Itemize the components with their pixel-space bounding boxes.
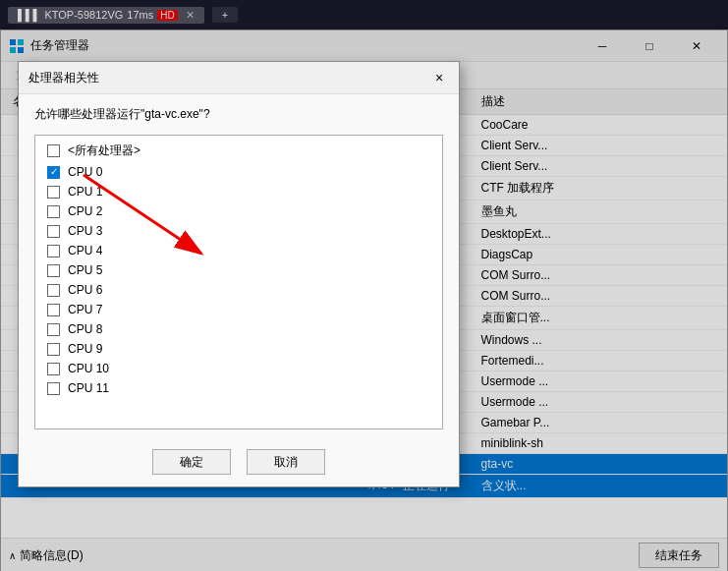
- cpu-checkbox[interactable]: [47, 245, 60, 257]
- dialog-close-button[interactable]: ×: [429, 68, 449, 87]
- cpu-checkbox[interactable]: [47, 166, 60, 179]
- cpu-list-item[interactable]: CPU 6: [35, 280, 442, 300]
- cpu-list-item[interactable]: CPU 10: [35, 359, 442, 378]
- cpu-checkbox[interactable]: [47, 343, 60, 356]
- cpu-label: CPU 11: [68, 381, 109, 395]
- cpu-list-item[interactable]: CPU 5: [35, 260, 442, 280]
- cpu-list-item[interactable]: CPU 9: [35, 339, 442, 359]
- cpu-checkbox[interactable]: [47, 186, 60, 199]
- cpu-checkbox[interactable]: [47, 363, 60, 375]
- dialog-title: 处理器相关性: [28, 70, 99, 86]
- cpu-label: CPU 3: [68, 224, 102, 238]
- cpu-checkbox[interactable]: [47, 225, 60, 238]
- cpu-list-item[interactable]: CPU 7: [35, 300, 442, 319]
- cpu-label: CPU 9: [68, 342, 102, 356]
- cpu-list-item[interactable]: CPU 8: [35, 319, 442, 339]
- cpu-list-item[interactable]: CPU 11: [35, 378, 442, 398]
- cpu-list-item[interactable]: CPU 3: [35, 221, 442, 241]
- cpu-list-item[interactable]: <所有处理器>: [35, 140, 442, 162]
- cpu-label: <所有处理器>: [68, 143, 140, 159]
- cpu-label: CPU 8: [68, 322, 102, 336]
- dialog-body: 允许哪些处理器运行"gta-vc.exe"? <所有处理器> CPU 0 CPU…: [19, 94, 459, 437]
- dialog-question: 允许哪些处理器运行"gta-vc.exe"?: [34, 106, 443, 123]
- cpu-label: CPU 1: [68, 185, 102, 199]
- cpu-label: CPU 7: [68, 303, 102, 316]
- dialog-title-bar: 处理器相关性 ×: [19, 62, 459, 94]
- ok-button[interactable]: 确定: [152, 449, 231, 475]
- cpu-checkbox[interactable]: [47, 382, 60, 395]
- cpu-checkbox[interactable]: [47, 284, 60, 297]
- dialog-buttons: 确定 取消: [19, 437, 459, 486]
- cpu-list: <所有处理器> CPU 0 CPU 1 CPU 2 CPU 3 CPU 4 CP…: [34, 135, 443, 429]
- cpu-list-item[interactable]: CPU 0: [35, 162, 442, 182]
- cpu-checkbox[interactable]: [47, 323, 60, 336]
- cpu-list-item[interactable]: CPU 4: [35, 241, 442, 260]
- cpu-checkbox[interactable]: [47, 205, 60, 218]
- cpu-label: CPU 10: [68, 362, 109, 375]
- cpu-label: CPU 2: [68, 204, 102, 218]
- cpu-checkbox[interactable]: [47, 304, 60, 316]
- cancel-button[interactable]: 取消: [247, 449, 325, 475]
- cpu-list-item[interactable]: CPU 2: [35, 201, 442, 221]
- cpu-checkbox[interactable]: [47, 144, 60, 157]
- cpu-list-item[interactable]: CPU 1: [35, 182, 442, 201]
- cpu-label: CPU 6: [68, 283, 102, 297]
- affinity-dialog: 处理器相关性 × 允许哪些处理器运行"gta-vc.exe"? <所有处理器> …: [18, 61, 460, 487]
- cpu-label: CPU 0: [68, 165, 102, 179]
- cpu-label: CPU 5: [68, 263, 102, 277]
- cpu-checkbox[interactable]: [47, 264, 60, 277]
- cpu-label: CPU 4: [68, 244, 102, 257]
